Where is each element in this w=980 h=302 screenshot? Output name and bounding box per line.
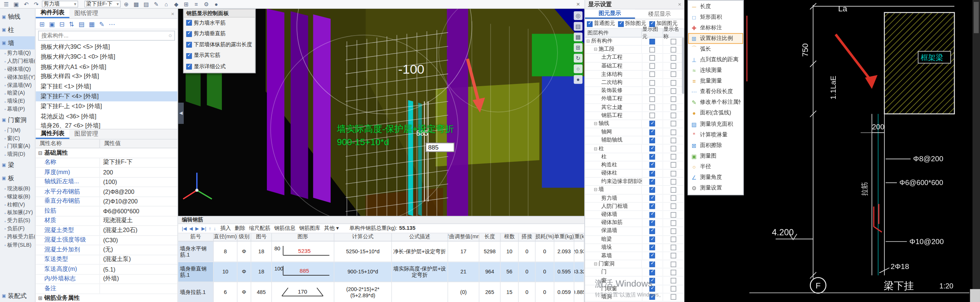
rebar-cell[interactable]: 0: [536, 241, 554, 261]
display-tree-row[interactable]: 墙垛: [585, 244, 684, 252]
checkbox-icon[interactable]: [671, 162, 676, 168]
checkbox-icon[interactable]: [649, 253, 655, 259]
measure-tool-item[interactable]: ▣测量图: [688, 151, 743, 161]
measure-tool-item[interactable]: ✎修改单个标注属性: [688, 97, 743, 108]
property-value[interactable]: (C30): [100, 236, 178, 245]
nav-item[interactable]: ▫门(M): [0, 127, 35, 135]
checkbox-icon[interactable]: [671, 261, 676, 267]
column-header[interactable]: 搭接: [519, 233, 536, 241]
edit-icon[interactable]: ✎: [153, 0, 160, 8]
rebar-table-row[interactable]: 墙身拉筋.16Φ485170(200-2*15)+2*(5+2.89*d)(0)…: [178, 282, 585, 302]
rebar-display-option[interactable]: 下层墙体纵筋的露出长度: [184, 40, 255, 51]
rebar-cell[interactable]: 20.93: [574, 241, 584, 261]
rebar-cell[interactable]: 56: [501, 262, 519, 281]
display-tree-row[interactable]: 人防门框墙: [585, 203, 684, 211]
nav-item[interactable]: ▫门联窗(A): [0, 142, 35, 151]
rebar-cell[interactable]: 964: [479, 262, 500, 281]
checkbox-icon[interactable]: [649, 113, 655, 118]
measure-tool-item[interactable]: □矩形面积: [688, 12, 743, 23]
scrollbar-thumb[interactable]: [974, 2, 979, 33]
rebar-cell[interactable]: 墙实际高度-保护层+设定弯折: [392, 262, 448, 281]
checkbox-icon[interactable]: [649, 21, 655, 26]
measure-tool-item[interactable]: ⊠面积擦除: [688, 141, 743, 151]
checkbox-icon[interactable]: [649, 203, 655, 209]
nav-item[interactable]: ▫墙洞(D): [0, 151, 35, 159]
nav-item[interactable]: ▫暗梁(A): [0, 89, 35, 97]
rebar-cell[interactable]: 5250-15+10*d: [334, 241, 392, 261]
record-nav-icon[interactable]: ◀: [189, 225, 193, 231]
rebar-cell[interactable]: 0: [519, 241, 536, 261]
column-header[interactable]: 总重(kg): [574, 233, 584, 241]
checkbox-icon[interactable]: [671, 286, 676, 292]
checkbox-icon[interactable]: [671, 72, 676, 77]
checkbox-icon[interactable]: [649, 294, 655, 300]
checkbox-icon[interactable]: [671, 47, 676, 53]
nav-item[interactable]: ▫幕墙(P): [0, 105, 35, 113]
nav-item[interactable]: ▫板带(SLB): [0, 241, 35, 249]
rebar-cell[interactable]: 2.093: [554, 241, 574, 261]
view-compass-icon[interactable]: ◎: [574, 11, 582, 20]
display-tree-row[interactable]: 窗: [585, 277, 684, 285]
tree-expand-icon[interactable]: ⊟: [594, 47, 597, 53]
measure-tool-item[interactable]: ⌒弧长: [688, 44, 743, 54]
rebar-cell[interactable]: 10: [214, 262, 238, 281]
display-tree-row[interactable]: ⊟所有构件: [585, 37, 684, 46]
record-nav-icon[interactable]: ↑: [208, 225, 211, 231]
checkbox-icon[interactable]: [671, 245, 676, 250]
checkbox-icon[interactable]: [618, 21, 624, 26]
more-icon[interactable]: ⋯: [109, 20, 115, 27]
column-header[interactable]: 直径(mm): [214, 233, 238, 241]
rebar-cell[interactable]: 0.059: [554, 282, 574, 302]
nav-item[interactable]: ▫现浇板(B): [0, 185, 35, 193]
record-nav-icon[interactable]: ▶: [196, 225, 199, 231]
tab-element-display[interactable]: 图元显示: [585, 10, 635, 19]
nav-item[interactable]: ▫受力筋(S): [0, 217, 35, 225]
display-tree-row[interactable]: 约束边缘非阴影区: [585, 178, 684, 186]
sort-icon[interactable]: ⇅: [69, 20, 74, 27]
checkbox-icon[interactable]: [649, 121, 655, 126]
nav-item[interactable]: ▫砌体加筋(Y): [0, 73, 35, 81]
rebar-cell[interactable]: 0.595: [554, 262, 574, 281]
collapse-panel-icon[interactable]: ◀: [178, 102, 184, 124]
expand-icon[interactable]: ⊞: [38, 296, 42, 301]
component-list-item[interactable]: 挑板大样六39C <5> [外墙]: [35, 42, 178, 52]
menu-lines-icon[interactable]: ≡: [192, 0, 200, 8]
property-value[interactable]: (外墙): [100, 275, 178, 284]
display-tree-row[interactable]: 辅助轴线: [585, 137, 684, 145]
checkbox-icon[interactable]: [671, 63, 676, 69]
component-list-item[interactable]: 墙身26、27 <6> [外墙]: [35, 121, 178, 129]
rebar-cell[interactable]: 18: [251, 241, 272, 261]
nav-item[interactable]: ▣装配式: [0, 289, 35, 302]
display-tree-row[interactable]: 砌体加筋: [585, 219, 684, 228]
display-tree-row[interactable]: ⊟施工段: [585, 46, 684, 54]
checkbox-icon[interactable]: [649, 212, 655, 217]
grid-view-icon[interactable]: ▦: [574, 33, 582, 42]
property-value[interactable]: (2)Φ8@200: [100, 187, 178, 196]
rebar-cell[interactable]: 900-15+10*d: [334, 262, 392, 281]
record-icon[interactable]: ●: [212, 0, 220, 8]
rebar-cell[interactable]: Φ: [238, 241, 251, 261]
rebar-cell[interactable]: 0: [536, 262, 554, 281]
tab-drawing-management[interactable]: 图纸管理: [70, 9, 103, 18]
column-header[interactable]: 长度: [479, 233, 500, 241]
checkbox-icon[interactable]: [649, 47, 655, 53]
close-icon[interactable]: ×: [574, 1, 582, 8]
display-tree-row[interactable]: 砌体墙: [585, 211, 684, 219]
rebar-cell[interactable]: 15: [501, 282, 519, 302]
property-value[interactable]: [100, 284, 178, 293]
component-list-item[interactable]: 挑板大样四 <3> [外墙]: [35, 72, 178, 81]
rebar-cell[interactable]: 485: [251, 282, 272, 302]
display-tree-row[interactable]: 柱: [585, 153, 684, 161]
measure-tool-item[interactable]: ＊计算喷淋量: [688, 130, 743, 141]
rebar-cell[interactable]: 6: [214, 282, 238, 302]
checkbox-icon[interactable]: [186, 31, 192, 37]
measure-tool-item[interactable]: ≡批量测量: [688, 76, 743, 87]
display-tree-row[interactable]: 砌体柱: [585, 170, 684, 178]
property-value[interactable]: (混凝土泵): [100, 255, 178, 264]
display-tree-row[interactable]: 二次结构: [585, 79, 684, 87]
close-icon[interactable]: ×: [168, 9, 178, 18]
toolbar-select-element-type[interactable]: 剪力墙▾: [42, 1, 78, 8]
nav-item[interactable]: ▫人防门框墙(RF): [0, 58, 35, 66]
record-nav-icon[interactable]: ↓: [213, 225, 216, 231]
rebar-cell[interactable]: 0: [519, 282, 536, 302]
